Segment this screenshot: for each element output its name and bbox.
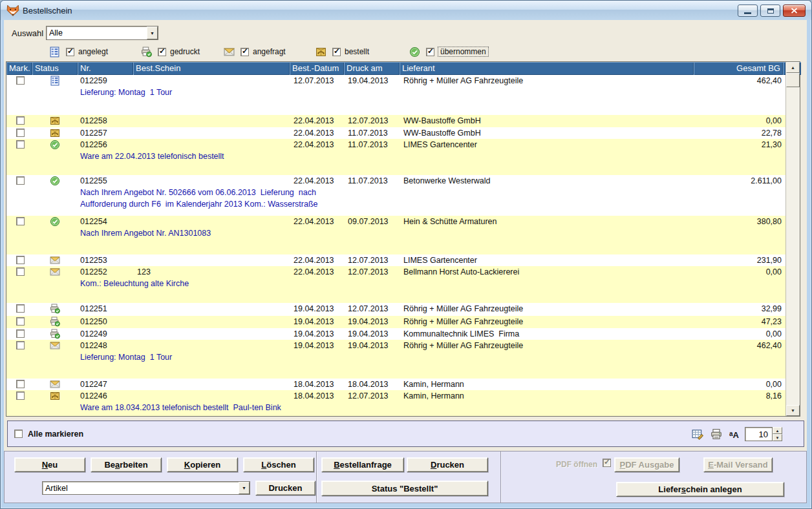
table-row[interactable]: 01225622.04.201311.07.2013LIMES Gartence…	[6, 139, 800, 175]
scroll-down-button[interactable]: ▼	[786, 405, 800, 416]
vertical-scrollbar[interactable]: ▲ ▼	[785, 62, 800, 416]
column-header-schein[interactable]: Best.Schein	[133, 62, 290, 75]
cell-gesamt: 0,00	[695, 380, 784, 389]
row-comment: Kom.: Beleuchtung alte Kirche	[80, 278, 800, 289]
row-checkbox[interactable]	[16, 256, 25, 264]
artikel-dropdown-button[interactable]: ▼	[239, 482, 250, 494]
scroll-thumb[interactable]	[786, 73, 800, 87]
filter-checkbox-angefragt[interactable]	[240, 48, 249, 56]
uebernommen-icon	[50, 140, 60, 150]
titlebar[interactable]: Bestellschein	[1, 1, 811, 20]
artikel-drucken-button[interactable]: Drucken	[255, 481, 315, 495]
row-checkbox[interactable]	[16, 217, 25, 225]
bestellschein-table: Mark.StatusNr.Best.ScheinBest.-DatumDruc…	[6, 61, 800, 417]
filter-checkbox-bernommen[interactable]	[426, 48, 434, 56]
spinner-up-button[interactable]: ▲	[773, 427, 782, 434]
status-bestellt-button[interactable]: Status "Bestellt"	[321, 481, 488, 496]
filter-label[interactable]: gedruckt	[170, 47, 200, 56]
column-header-status[interactable]: Status	[32, 62, 78, 75]
row-checkbox[interactable]	[16, 116, 25, 125]
row-checkbox[interactable]	[16, 76, 25, 85]
loeschen-button[interactable]: Löschen	[243, 457, 314, 472]
table-row[interactable]: 01225422.04.201309.07.2013Hein & Schütte…	[6, 216, 800, 254]
cell-nr: 012258	[79, 116, 134, 125]
row-checkbox[interactable]	[16, 329, 25, 338]
neu-button[interactable]: Neu	[14, 457, 85, 472]
row-checkbox[interactable]	[16, 129, 25, 137]
column-header-mark[interactable]: Mark.	[6, 62, 32, 75]
cell-lieferant: WW-Baustoffe GmbH	[401, 116, 695, 125]
row-comment: Ware am 18.034.2013 telefonisch bestellt…	[80, 402, 800, 413]
cell-nr: 012250	[79, 317, 134, 326]
cell-datum: 18.04.2013	[291, 391, 345, 400]
cell-druck: 12.07.2013	[345, 391, 401, 400]
drucken-button[interactable]: Drucken	[407, 457, 488, 472]
artikel-combobox[interactable]: Artikel ▼	[42, 481, 250, 495]
row-main: 01225422.04.201309.07.2013Hein & Schütte…	[8, 216, 800, 227]
font-size-icon[interactable]: aA	[729, 428, 739, 441]
column-header-nr[interactable]: Nr.	[78, 62, 133, 75]
row-checkbox[interactable]	[16, 380, 25, 388]
filter-label[interactable]: angelegt	[78, 47, 108, 56]
table-row[interactable]: 01224718.04.201318.04.2013Kamin, Hermann…	[6, 379, 800, 390]
table-row[interactable]: 01225522.04.201311.07.2013Betonwerke Wes…	[6, 175, 800, 216]
table-row[interactable]: 01225822.04.201312.07.2013WW-Baustoffe G…	[6, 115, 800, 127]
row-checkbox[interactable]	[16, 317, 25, 326]
lieferschein-anlegen-button[interactable]: Lieferschein anlegen	[616, 482, 784, 497]
table-row[interactable]: 01224819.04.201319.04.2013Röhrig + Mülle…	[6, 340, 800, 379]
filter-item-bernommen: übernommen	[409, 45, 488, 59]
filter-label[interactable]: übernommen	[438, 47, 488, 56]
arrow-up-icon: ▲	[791, 65, 795, 70]
filter-label[interactable]: bestellt	[345, 47, 369, 56]
table-row[interactable]: 01225212322.04.201312.07.2013Bellmann Ho…	[6, 266, 800, 303]
bestellt-icon	[50, 391, 60, 401]
bearbeiten-button[interactable]: Bearbeiten	[91, 457, 162, 472]
row-main: 01225119.04.201312.07.2013Röhrig + Mülle…	[8, 303, 800, 315]
spinner-down-button[interactable]: ▼	[773, 434, 782, 441]
filter-checkbox-gedruckt[interactable]	[158, 48, 166, 56]
column-header-lieferant[interactable]: Lieferant	[400, 62, 694, 75]
cell-datum: 22.04.2013	[291, 176, 345, 185]
row-checkbox[interactable]	[16, 176, 25, 185]
table-row[interactable]: 01225722.04.201311.07.2013WW-Baustoffe G…	[6, 127, 800, 139]
cell-druck: 12.07.2013	[345, 304, 401, 313]
cell-datum: 19.04.2013	[291, 329, 345, 338]
auswahl-combobox[interactable]: Alle ▼	[46, 26, 158, 40]
cell-lieferant: WW-Baustoffe GmbH	[401, 129, 695, 138]
filter-label[interactable]: angefragt	[253, 47, 286, 56]
row-checkbox[interactable]	[16, 391, 25, 400]
cell-schein: 123	[134, 267, 291, 276]
auswahl-dropdown-button[interactable]: ▼	[147, 26, 158, 39]
scroll-up-button[interactable]: ▲	[786, 62, 800, 73]
table-row[interactable]: 01225912.07.201319.04.2013Röhrig + Mülle…	[6, 75, 800, 115]
row-checkbox[interactable]	[16, 304, 25, 313]
row-checkbox[interactable]	[16, 267, 25, 276]
mark-cell	[8, 76, 34, 87]
column-header-datum[interactable]: Best.-Datum	[290, 62, 344, 75]
close-button[interactable]	[783, 5, 806, 17]
print-icon[interactable]	[710, 428, 722, 440]
page-size-value[interactable]: 10	[745, 427, 773, 441]
table-row[interactable]: 01225119.04.201312.07.2013Röhrig + Mülle…	[6, 303, 800, 316]
table-row[interactable]: 01224618.04.201312.07.2013Kamin, Hermann…	[6, 390, 800, 416]
maximize-button[interactable]	[760, 5, 780, 17]
cell-druck: 11.07.2013	[345, 129, 401, 138]
filter-checkbox-angelegt[interactable]	[66, 48, 74, 56]
table-row[interactable]: 01225322.04.201312.07.2013LIMES Gartence…	[6, 254, 800, 266]
table-row[interactable]: 01225019.04.201319.04.2013Röhrig + Mülle…	[6, 316, 800, 328]
row-checkbox[interactable]	[16, 341, 25, 349]
minimize-button[interactable]	[738, 5, 758, 17]
alle-markieren-label[interactable]: Alle markieren	[28, 430, 83, 439]
filter-checkbox-bestellt[interactable]	[332, 48, 341, 56]
excel-export-icon[interactable]	[692, 428, 703, 440]
column-header-gesamt[interactable]: Gesamt BG	[694, 62, 783, 75]
row-checkbox[interactable]	[16, 140, 25, 149]
filter-item-angefragt: angefragt	[224, 45, 286, 59]
kopieren-button[interactable]: Kopieren	[167, 457, 238, 472]
page-size-spinner[interactable]: 10 ▲ ▼	[745, 427, 782, 441]
table-row[interactable]: 01224919.04.201319.04.2013Kommunaltechni…	[6, 328, 800, 340]
bestellanfrage-button[interactable]: Bestellanfrage	[321, 457, 404, 472]
column-header-druck[interactable]: Druck am	[344, 62, 400, 75]
arrow-down-icon: ▼	[776, 436, 780, 440]
alle-markieren-checkbox[interactable]	[14, 430, 23, 438]
